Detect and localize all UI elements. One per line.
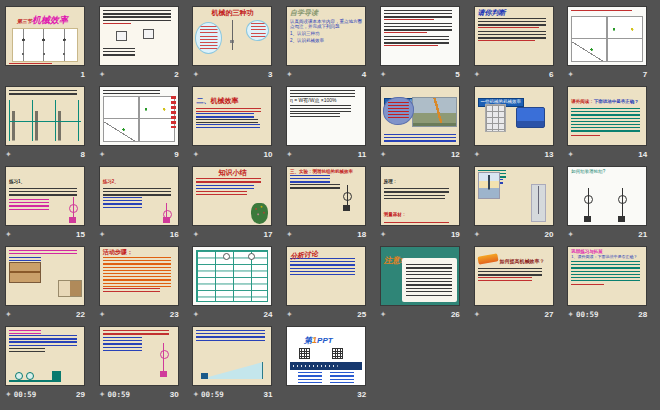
slide-title-prefix: 第三节 bbox=[17, 19, 32, 25]
formula-text: η = W有/W总 ×100% bbox=[290, 98, 362, 104]
transition-star-icon[interactable]: ✦ bbox=[5, 311, 12, 319]
transition-star-icon[interactable]: ✦ bbox=[474, 71, 481, 79]
slide-28-thumbnail[interactable]: 巩固练习与拓展1、课外阅读：下面说法中是否正确？ bbox=[567, 246, 647, 306]
slide-21-thumbnail[interactable]: 如何组装滑轮组? bbox=[567, 166, 647, 226]
transition-star-icon[interactable]: ✦ bbox=[474, 311, 481, 319]
transition-star-icon[interactable]: ✦ bbox=[99, 151, 106, 159]
text-lines bbox=[103, 10, 171, 22]
slide-11-thumbnail[interactable]: η = W有/W总 ×100% bbox=[286, 86, 366, 146]
transition-star-icon[interactable]: ✦ bbox=[192, 151, 199, 159]
spring-scale-photo bbox=[478, 172, 500, 199]
slide-24-thumbnail[interactable] bbox=[192, 246, 272, 306]
slide-26-thumbnail[interactable]: 注意! bbox=[380, 246, 460, 306]
slide-title: 下面说法中是否正确？ bbox=[594, 99, 639, 104]
transition-star-icon[interactable]: ✦ bbox=[99, 311, 106, 319]
slide-number: 24 bbox=[263, 310, 272, 319]
slide-23-thumbnail[interactable]: 活动步骤： bbox=[99, 246, 179, 306]
slide-5-thumbnail[interactable] bbox=[380, 6, 460, 66]
transition-star-icon[interactable]: ✦ bbox=[286, 311, 293, 319]
slide-cell: 一些机械的机械效率✦13 bbox=[474, 86, 555, 146]
slide-25-thumbnail[interactable]: 分析讨论 bbox=[286, 246, 366, 306]
slide-number: 20 bbox=[545, 230, 554, 239]
transition-star-icon[interactable]: ✦ bbox=[192, 71, 199, 79]
slide-meta-strip: ✦17 bbox=[192, 228, 272, 241]
slide-meta-strip: ✦2 bbox=[99, 68, 179, 81]
slide-19-thumbnail[interactable]: 原理：测量器材： bbox=[380, 166, 460, 226]
transition-star-icon[interactable]: ✦ bbox=[567, 231, 574, 239]
slide-meta-strip: ✦3 bbox=[192, 68, 272, 81]
formula-lines bbox=[384, 188, 449, 194]
slide-cell: ✦00:5931 bbox=[192, 326, 273, 386]
slide-32-thumbnail[interactable]: 第1PPT bbox=[286, 326, 366, 386]
slide-timing: 00:59 bbox=[201, 390, 224, 399]
slide-7-thumbnail[interactable] bbox=[567, 6, 647, 66]
slide-30-thumbnail[interactable] bbox=[99, 326, 179, 386]
slide-10-thumbnail[interactable]: 二、机械效率 bbox=[192, 86, 272, 146]
slide-9-thumbnail[interactable] bbox=[99, 86, 179, 146]
slide-31-thumbnail[interactable] bbox=[192, 326, 272, 386]
transition-star-icon[interactable]: ✦ bbox=[192, 391, 199, 399]
slide-meta-strip: ✦00:5930 bbox=[99, 388, 179, 401]
slide-meta-strip: ✦23 bbox=[99, 308, 179, 321]
transition-star-icon[interactable]: ✦ bbox=[286, 231, 293, 239]
slide-13-thumbnail[interactable]: 一些机械的机械效率 bbox=[474, 86, 554, 146]
slide-1-thumbnail[interactable]: 第三节机械效率 bbox=[5, 6, 85, 66]
transition-star-icon[interactable]: ✦ bbox=[99, 71, 106, 79]
slide-3-thumbnail[interactable]: 机械的三种功 bbox=[192, 6, 272, 66]
slide-cell: 机械的三种功✦3 bbox=[192, 6, 273, 66]
slide-15-thumbnail[interactable]: 练习1、 bbox=[5, 166, 85, 226]
transition-star-icon[interactable]: ✦ bbox=[5, 231, 12, 239]
slide-27-thumbnail[interactable]: 如何提高机械效率？ bbox=[474, 246, 554, 306]
slide-2-thumbnail[interactable] bbox=[99, 6, 179, 66]
slide-6-thumbnail[interactable]: 请你判断 bbox=[474, 6, 554, 66]
slide-number: 9 bbox=[174, 150, 178, 159]
slide-number: 21 bbox=[638, 230, 647, 239]
exercise-label: 练习1、 bbox=[9, 179, 25, 184]
slide-number: 18 bbox=[357, 230, 366, 239]
slide-title: 知识小结 bbox=[196, 169, 268, 177]
text-lines bbox=[478, 277, 532, 282]
transition-star-icon[interactable]: ✦ bbox=[380, 311, 387, 319]
vertical-red-text bbox=[171, 96, 176, 128]
slide-cell: ✦24 bbox=[192, 246, 273, 306]
transition-star-icon[interactable]: ✦ bbox=[286, 151, 293, 159]
transition-star-icon[interactable]: ✦ bbox=[99, 231, 106, 239]
flower-bouquet-image bbox=[251, 203, 268, 224]
text-lines bbox=[103, 330, 169, 336]
slide-20-thumbnail[interactable] bbox=[474, 166, 554, 226]
transition-star-icon[interactable]: ✦ bbox=[5, 391, 12, 399]
slide-8-thumbnail[interactable] bbox=[5, 86, 85, 146]
transition-star-icon[interactable]: ✦ bbox=[474, 231, 481, 239]
slide-16-thumbnail[interactable]: 练习2、 bbox=[99, 166, 179, 226]
transition-star-icon[interactable]: ✦ bbox=[99, 391, 106, 399]
text-lines bbox=[478, 31, 546, 39]
transition-star-icon[interactable]: ✦ bbox=[192, 311, 199, 319]
thought-clouds-figure bbox=[195, 20, 269, 63]
highlight-lines bbox=[103, 23, 132, 26]
transition-star-icon[interactable]: ✦ bbox=[380, 71, 387, 79]
slide-14-thumbnail[interactable]: 课外阅读：下面说法中是否正确？ bbox=[567, 86, 647, 146]
pulley-sketches-figure bbox=[12, 28, 78, 62]
box-diagrams-figure bbox=[103, 27, 175, 47]
slide-22-thumbnail[interactable] bbox=[5, 246, 85, 306]
transition-star-icon[interactable]: ✦ bbox=[567, 71, 574, 79]
transition-star-icon[interactable]: ✦ bbox=[567, 151, 574, 159]
transition-star-icon[interactable]: ✦ bbox=[5, 151, 12, 159]
transition-star-icon[interactable]: ✦ bbox=[474, 151, 481, 159]
logo-text: PPT bbox=[317, 336, 333, 345]
transition-star-icon[interactable]: ✦ bbox=[380, 151, 387, 159]
slide-12-thumbnail[interactable]: 一些机械的机械效率 bbox=[380, 86, 460, 146]
slide-17-thumbnail[interactable]: 知识小结 bbox=[192, 166, 272, 226]
steps-lines bbox=[103, 288, 161, 292]
slide-meta-strip: ✦13 bbox=[474, 148, 554, 161]
transition-star-icon[interactable]: ✦ bbox=[567, 311, 574, 319]
transition-star-icon[interactable]: ✦ bbox=[380, 231, 387, 239]
slide-18-thumbnail[interactable]: 三、实验：测滑轮组的机械效率 bbox=[286, 166, 366, 226]
transition-star-icon[interactable]: ✦ bbox=[192, 231, 199, 239]
transition-star-icon[interactable]: ✦ bbox=[286, 71, 293, 79]
crane-photo-figure bbox=[383, 97, 457, 127]
slide-29-thumbnail[interactable] bbox=[5, 326, 85, 386]
slide-title: 活动步骤： bbox=[103, 249, 175, 256]
slide-4-thumbnail[interactable]: 自学导读认真阅读课本本节内容，重点地方圈点勾注，并完成下列问题1、认识三种功2、… bbox=[286, 6, 366, 66]
text-lines bbox=[384, 134, 456, 142]
